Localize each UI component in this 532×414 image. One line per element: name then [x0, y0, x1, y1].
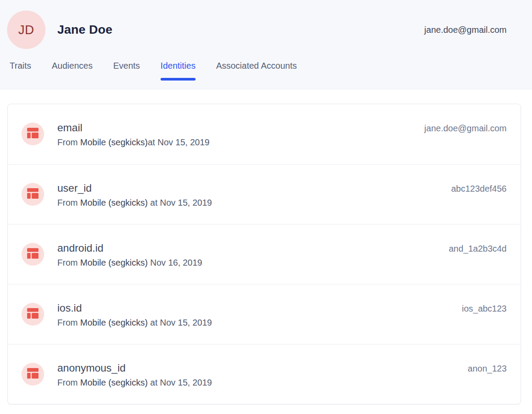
layout-icon: [27, 308, 38, 320]
identity-text: android.id From Mobile (segkicks) Nov 16…: [57, 242, 202, 268]
tab-traits[interactable]: Traits: [10, 61, 31, 80]
layout-icon: [27, 188, 38, 200]
avatar: JD: [7, 11, 46, 49]
source-name: Mobile (segkicks): [80, 318, 147, 327]
identity-date: at Nov 15, 2019: [148, 318, 212, 327]
identity-row-ios-id: ios.id From Mobile (segkicks) at Nov 15,…: [8, 284, 521, 344]
source-icon-circle: [21, 183, 44, 206]
identity-text: email From Mobile (segkicks)at Nov 15, 2…: [57, 122, 210, 148]
identity-value: anon_123: [468, 364, 507, 374]
identity-value: and_1a2b3c4d: [449, 244, 507, 254]
identity-source-line: From Mobile (segkicks) Nov 16, 2019: [57, 257, 202, 268]
identity-date: at Nov 15, 2019: [148, 378, 212, 387]
source-icon-circle: [21, 363, 44, 386]
identity-row-user-id: user_id From Mobile (segkicks) at Nov 15…: [8, 164, 521, 224]
identity-date: at Nov 15, 2019: [148, 198, 212, 207]
identity-value: jane.doe@gmail.com: [424, 123, 507, 133]
identity-text: anonymous_id From Mobile (segkicks) at N…: [57, 362, 212, 388]
source-icon-circle: [21, 123, 44, 145]
source-name: Mobile (segkicks): [80, 378, 147, 387]
layout-icon: [27, 368, 38, 380]
identity-value: abc123def456: [451, 184, 507, 194]
from-label: From: [57, 137, 80, 147]
identity-name: anonymous_id: [57, 362, 212, 374]
page-title: Jane Doe: [57, 23, 112, 37]
identity-source-line: From Mobile (segkicks)at Nov 15, 2019: [57, 137, 210, 148]
identity-name: user_id: [57, 182, 212, 194]
tab-events[interactable]: Events: [113, 61, 140, 80]
from-label: From: [57, 378, 80, 387]
identity-text: user_id From Mobile (segkicks) at Nov 15…: [57, 182, 212, 208]
identity-value: ios_abc123: [462, 304, 507, 314]
from-label: From: [57, 318, 80, 327]
profile-header-top: JD Jane Doe jane.doe@gmail.com: [0, 0, 532, 49]
source-name: Mobile (segkicks): [80, 198, 147, 207]
tab-identities[interactable]: Identities: [161, 61, 196, 80]
identity-source-line: From Mobile (segkicks) at Nov 15, 2019: [57, 197, 212, 208]
avatar-initials: JD: [18, 23, 34, 37]
layout-icon: [27, 128, 38, 140]
profile-email: jane.doe@gmail.com: [424, 25, 507, 35]
identity-row-android-id: android.id From Mobile (segkicks) Nov 16…: [8, 224, 521, 284]
identity-text: ios.id From Mobile (segkicks) at Nov 15,…: [57, 302, 212, 328]
identity-source-line: From Mobile (segkicks) at Nov 15, 2019: [57, 317, 212, 328]
source-name: Mobile (segkicks): [80, 137, 147, 147]
identity-name: ios.id: [57, 302, 212, 314]
identity-date: Nov 16, 2019: [148, 258, 203, 267]
from-label: From: [57, 198, 80, 207]
from-label: From: [57, 258, 80, 267]
profile-header: JD Jane Doe jane.doe@gmail.com Traits Au…: [0, 0, 532, 89]
identity-name: email: [57, 122, 210, 134]
layout-icon: [27, 248, 38, 260]
tab-bar: Traits Audiences Events Identities Assoc…: [0, 61, 532, 80]
identity-name: android.id: [57, 242, 202, 254]
source-name: Mobile (segkicks): [80, 258, 147, 267]
identity-row-anonymous-id: anonymous_id From Mobile (segkicks) at N…: [8, 344, 521, 404]
identity-source-line: From Mobile (segkicks) at Nov 15, 2019: [57, 377, 212, 388]
tab-associated-accounts[interactable]: Associated Accounts: [216, 61, 297, 80]
identities-card: email From Mobile (segkicks)at Nov 15, 2…: [7, 104, 521, 404]
tab-audiences[interactable]: Audiences: [52, 61, 92, 80]
identity-date: at Nov 15, 2019: [148, 137, 210, 147]
identity-row-email: email From Mobile (segkicks)at Nov 15, 2…: [8, 104, 521, 164]
source-icon-circle: [21, 303, 44, 326]
source-icon-circle: [21, 243, 44, 266]
